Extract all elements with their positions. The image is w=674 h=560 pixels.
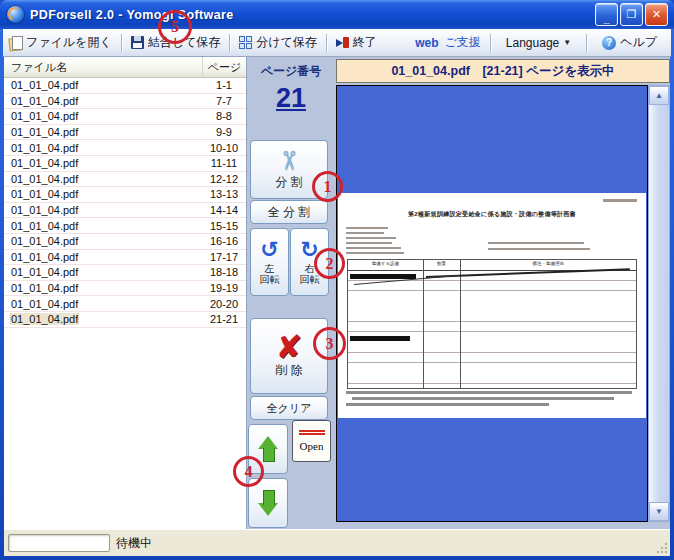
status-text: 待機中 bbox=[116, 535, 152, 552]
rotate-left-button[interactable]: ↺ 左 回転 bbox=[250, 228, 289, 296]
list-item[interactable]: 01_01_04.pdf15-15 bbox=[4, 218, 246, 234]
rotate-left-label: 左 回転 bbox=[260, 263, 280, 285]
help-icon: ? bbox=[602, 36, 616, 50]
list-item[interactable]: 01_01_04.pdf9-9 bbox=[4, 125, 246, 141]
clear-all-button[interactable]: 全クリア bbox=[250, 396, 328, 420]
page-range: 9-9 bbox=[202, 126, 246, 138]
list-item-selected[interactable]: 01_01_04.pdf21-21 bbox=[4, 312, 246, 328]
toolbar-separator bbox=[490, 34, 491, 52]
page-range: 1-1 bbox=[202, 79, 246, 91]
file-name: 01_01_04.pdf bbox=[4, 251, 202, 263]
maximize-button[interactable]: ❐ bbox=[620, 3, 643, 26]
clear-all-label: 全クリア bbox=[267, 401, 312, 416]
doc-table-header-3: 構造・整備理由 bbox=[460, 261, 636, 266]
page-range: 11-11 bbox=[202, 157, 246, 169]
pdf-page: 第2種新規訓練設定受給金に係る施設・設備の整備等計画書 整備する設備 数量 構造… bbox=[338, 193, 646, 418]
app-window: PDForsell 2.0 - Yomogi Software _ ❐ ✕ ファ… bbox=[0, 0, 674, 560]
toolbar-separator bbox=[229, 34, 230, 52]
split-save-button[interactable]: 分けて保存 bbox=[233, 31, 323, 54]
open-preview-button[interactable]: Open bbox=[292, 420, 331, 462]
page-range: 14-14 bbox=[202, 204, 246, 216]
minimize-icon: _ bbox=[603, 13, 609, 24]
delete-button[interactable]: ✘ 削 除 bbox=[250, 318, 328, 394]
scroll-up-icon: ▲ bbox=[655, 91, 663, 100]
doc-field-line bbox=[488, 248, 590, 250]
file-name: 01_01_04.pdf bbox=[4, 79, 202, 91]
page-range: 17-17 bbox=[202, 251, 246, 263]
file-name: 01_01_04.pdf bbox=[4, 313, 202, 325]
logo-swirl bbox=[6, 5, 24, 23]
list-item[interactable]: 01_01_04.pdf17-17 bbox=[4, 250, 246, 266]
doc-bold-entry bbox=[350, 336, 410, 341]
page-number-label: ページ番号 bbox=[246, 63, 336, 80]
list-item[interactable]: 01_01_04.pdf7-7 bbox=[4, 94, 246, 110]
help-button[interactable]: ? ヘルプ bbox=[596, 31, 663, 54]
status-bar: 待機中 bbox=[4, 529, 670, 556]
rotate-left-icon: ↺ bbox=[260, 239, 278, 261]
doc-corner-text bbox=[603, 199, 637, 202]
exit-button[interactable]: 終了 bbox=[330, 31, 383, 54]
page-range: 21-21 bbox=[202, 313, 246, 325]
doc-footnote-line bbox=[346, 391, 632, 394]
delete-x-icon: ✘ bbox=[276, 333, 303, 362]
page-range: 8-8 bbox=[202, 110, 246, 122]
list-header: ファイル名 ページ bbox=[4, 57, 246, 78]
app-logo-icon bbox=[7, 6, 24, 23]
doc-footnote-line bbox=[346, 403, 549, 406]
preview-panel: 01_01_04.pdf [21-21] ページを表示中 第2種新規訓練設定受給… bbox=[332, 57, 670, 529]
grid-split-icon bbox=[239, 36, 252, 49]
file-name: 01_01_04.pdf bbox=[4, 298, 202, 310]
title-bar: PDForsell 2.0 - Yomogi Software _ ❐ ✕ bbox=[0, 0, 674, 29]
doc-field-line bbox=[488, 242, 584, 244]
page-range: 18-18 bbox=[202, 266, 246, 278]
delete-label: 削 除 bbox=[275, 362, 302, 379]
exit-icon bbox=[336, 36, 349, 49]
file-name: 01_01_04.pdf bbox=[4, 157, 202, 169]
page-range: 20-20 bbox=[202, 298, 246, 310]
scroll-down-button[interactable]: ▼ bbox=[649, 502, 669, 521]
control-panel: ページ番号 21 ✂ 分 割 全 分 割 ↺ 左 回転 ↻ 右 回転 ✘ 削 除 bbox=[246, 57, 336, 529]
list-item[interactable]: 01_01_04.pdf1-1 bbox=[4, 78, 246, 94]
list-item[interactable]: 01_01_04.pdf19-19 bbox=[4, 281, 246, 297]
split-all-button[interactable]: 全 分 割 bbox=[250, 200, 328, 224]
doc-table-header-1: 整備する設備 bbox=[348, 261, 423, 266]
doc-table: 整備する設備 数量 構造・整備理由 bbox=[347, 259, 637, 389]
annotation-circle-5: 5 bbox=[158, 10, 192, 44]
resize-grip[interactable] bbox=[656, 542, 668, 554]
language-dropdown[interactable]: Language ▼ bbox=[500, 33, 577, 53]
page-range: 12-12 bbox=[202, 173, 246, 185]
doc-field-line bbox=[346, 252, 404, 254]
doc-field-line bbox=[346, 227, 388, 229]
list-item[interactable]: 01_01_04.pdf12-12 bbox=[4, 172, 246, 188]
file-name: 01_01_04.pdf bbox=[4, 95, 202, 107]
open-file-button[interactable]: ファイルを開く bbox=[3, 31, 118, 54]
page-range: 15-15 bbox=[202, 220, 246, 232]
list-item[interactable]: 01_01_04.pdf10-10 bbox=[4, 140, 246, 156]
column-header-filename[interactable]: ファイル名 bbox=[4, 57, 203, 77]
scroll-up-button[interactable]: ▲ bbox=[649, 86, 669, 105]
file-name: 01_01_04.pdf bbox=[4, 282, 202, 294]
file-name: 01_01_04.pdf bbox=[4, 266, 202, 278]
page-number-value[interactable]: 21 bbox=[246, 83, 336, 114]
close-button[interactable]: ✕ bbox=[645, 3, 668, 26]
list-item[interactable]: 01_01_04.pdf20-20 bbox=[4, 296, 246, 312]
list-item[interactable]: 01_01_04.pdf14-14 bbox=[4, 203, 246, 219]
list-item[interactable]: 01_01_04.pdf11-11 bbox=[4, 156, 246, 172]
page-range: 7-7 bbox=[202, 95, 246, 107]
web-link[interactable]: web bbox=[415, 36, 438, 50]
arrow-up-icon bbox=[258, 436, 278, 462]
file-name: 01_01_04.pdf bbox=[4, 188, 202, 200]
open-file-label: ファイルを開く bbox=[26, 34, 112, 51]
main-area: ファイル名 ページ 01_01_04.pdf1-1 01_01_04.pdf7-… bbox=[4, 57, 670, 529]
page-range: 10-10 bbox=[202, 142, 246, 154]
preview-scrollbar[interactable]: ▲ ▼ bbox=[648, 85, 670, 522]
list-item[interactable]: 01_01_04.pdf18-18 bbox=[4, 265, 246, 281]
list-item[interactable]: 01_01_04.pdf16-16 bbox=[4, 234, 246, 250]
list-item[interactable]: 01_01_04.pdf13-13 bbox=[4, 187, 246, 203]
column-header-pages[interactable]: ページ bbox=[203, 57, 246, 77]
minimize-button[interactable]: _ bbox=[595, 3, 618, 26]
doc-field-line bbox=[346, 242, 392, 244]
help-label: ヘルプ bbox=[620, 34, 657, 51]
support-link[interactable]: ご支援 bbox=[445, 34, 481, 51]
list-item[interactable]: 01_01_04.pdf8-8 bbox=[4, 109, 246, 125]
